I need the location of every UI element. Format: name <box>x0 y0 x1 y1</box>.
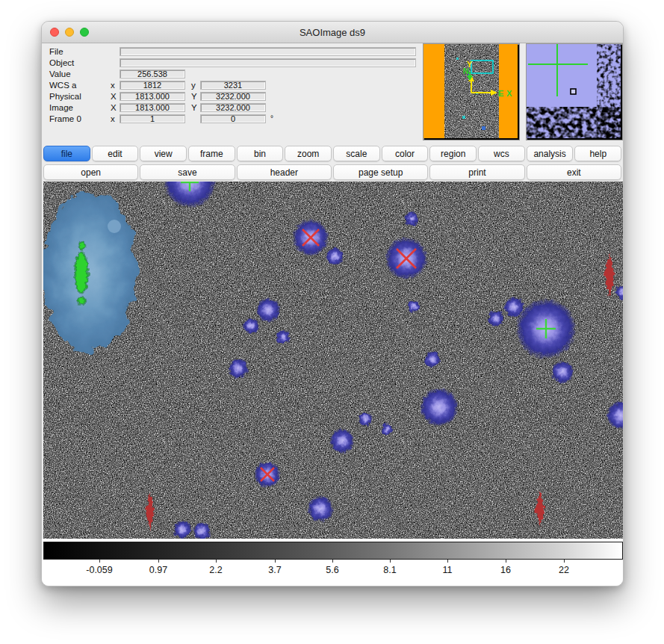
menu-button-edit[interactable]: edit <box>92 146 139 161</box>
window-title: SAOImage ds9 <box>300 27 365 38</box>
menu-button-bin[interactable]: bin <box>237 146 284 161</box>
value-row: Value 256.538 <box>49 68 416 79</box>
colorbar-tick-label: -0.059 <box>86 565 112 575</box>
menu-button-scale[interactable]: scale <box>333 146 380 161</box>
menu-button-color[interactable]: color <box>382 146 429 161</box>
menu-button-view[interactable]: view <box>140 146 187 161</box>
colorbar-tick <box>447 560 448 563</box>
colorbar-tick-label: 0.97 <box>149 565 167 575</box>
menu-button-zoom[interactable]: zoom <box>285 146 332 161</box>
file-label: File <box>49 47 111 56</box>
star <box>256 298 280 322</box>
panner-x-label: X <box>506 89 512 98</box>
colorbar-tick <box>564 560 565 563</box>
star <box>326 247 344 265</box>
star <box>173 521 191 539</box>
menu-button-open[interactable]: open <box>43 164 138 180</box>
colorbar-tick <box>390 560 391 563</box>
physical-y-label: Y <box>191 92 200 101</box>
file-field[interactable] <box>120 47 416 56</box>
titlebar[interactable]: SAOImage ds9 <box>42 22 623 43</box>
colorbar-tick-label: 5.6 <box>326 565 338 575</box>
physical-y-field[interactable]: 3232.000 <box>200 92 266 101</box>
menu-button-region[interactable]: region <box>429 146 477 161</box>
star <box>405 212 419 226</box>
frame-rotate-field[interactable]: 0 <box>200 114 266 123</box>
wcs-x-field[interactable]: 1812 <box>120 81 185 90</box>
menu-button-help[interactable]: help <box>574 146 621 161</box>
colorbar-tick <box>275 560 276 563</box>
colorbar-strip: -0.0590.972.23.75.68.1111622 <box>42 539 623 586</box>
star <box>307 495 333 521</box>
star <box>408 300 420 312</box>
degree-suffix: ° <box>270 114 273 123</box>
star <box>276 330 291 344</box>
magnifier-pixel-noise-right <box>597 44 621 138</box>
image-y-field[interactable]: 3232.000 <box>200 103 266 112</box>
star <box>420 388 458 426</box>
image-canvas[interactable] <box>43 182 623 539</box>
physical-row: Physical X 1813.000 Y 3232.000 <box>49 90 416 102</box>
magnifier-cursor-pixel <box>571 89 576 94</box>
value-label: Value <box>49 69 111 78</box>
colorbar-tick-label: 2.2 <box>209 565 222 575</box>
menu-bar: fileeditviewframebinzoomscalecolorregion… <box>42 144 623 163</box>
frame-zoom-field[interactable]: 1 <box>120 114 185 123</box>
colorbar-tick-label: 3.7 <box>268 565 281 575</box>
image-label: Image <box>49 103 111 112</box>
coordinate-readout: File Object Value 256.538 WCS a x 1812 y <box>49 46 416 124</box>
colorbar-tick-label: 8.1 <box>383 565 396 575</box>
menu-button-print[interactable]: print <box>429 164 524 180</box>
object-label: Object <box>49 58 111 67</box>
saturated-galaxy-blob <box>43 191 137 351</box>
physical-x-field[interactable]: 1813.000 <box>120 92 185 101</box>
colorbar-tick-label: 11 <box>443 565 453 575</box>
ds9-window: SAOImage ds9 File Object Value 256.538 W… <box>41 21 624 586</box>
menu-button-analysis[interactable]: analysis <box>527 146 574 161</box>
wcs-x-label: x <box>111 81 120 90</box>
colorbar-tick <box>332 560 333 563</box>
star <box>359 412 373 427</box>
traffic-lights <box>50 22 89 43</box>
value-field[interactable]: 256.538 <box>120 69 185 78</box>
menu-button-header[interactable]: header <box>237 164 332 180</box>
colorbar[interactable] <box>43 542 623 560</box>
star <box>243 318 259 334</box>
image-row: Image X 1813.000 Y 3232.000 <box>49 102 416 113</box>
file-row: File <box>49 46 416 57</box>
colorbar-tick <box>506 560 506 563</box>
menu-button-save[interactable]: save <box>140 164 235 180</box>
colorbar-tick <box>216 560 217 563</box>
menu-button-exit[interactable]: exit <box>527 164 621 180</box>
menu-button-file[interactable]: file <box>43 146 90 161</box>
panner-e-label: E <box>498 89 503 98</box>
image-x-label: X <box>111 103 120 112</box>
star <box>330 429 354 453</box>
star <box>424 351 441 368</box>
minimize-button[interactable] <box>65 28 74 37</box>
close-button[interactable] <box>50 28 59 37</box>
colorbar-tick <box>158 560 159 563</box>
physical-label: Physical <box>49 92 111 101</box>
star <box>551 361 574 383</box>
info-panel: File Object Value 256.538 WCS a x 1812 y <box>42 43 623 144</box>
physical-x-label: X <box>111 92 120 101</box>
frame-x-label: x <box>111 114 120 123</box>
file-submenu-bar: opensaveheaderpage setupprintexit <box>42 163 623 182</box>
wcs-row: WCS a x 1812 y 3231 <box>49 79 416 90</box>
panner-n-label: N <box>463 66 469 75</box>
menu-button-frame[interactable]: frame <box>188 146 235 161</box>
wcs-label: WCS a <box>49 81 111 90</box>
image-x-field[interactable]: 1813.000 <box>120 103 185 112</box>
frame-label: Frame 0 <box>49 114 111 123</box>
menu-button-wcs[interactable]: wcs <box>478 146 525 161</box>
wcs-y-field[interactable]: 3231 <box>200 81 266 90</box>
maximize-button[interactable] <box>80 28 89 37</box>
object-field[interactable] <box>120 58 416 67</box>
menu-button-page-setup[interactable]: page setup <box>333 164 428 180</box>
magnifier[interactable] <box>526 43 623 140</box>
wcs-y-label: y <box>191 81 200 90</box>
object-row: Object <box>49 57 416 68</box>
frame-row: Frame 0 x 1 0 ° <box>49 113 416 124</box>
panner[interactable]: Y N E X <box>423 43 520 140</box>
